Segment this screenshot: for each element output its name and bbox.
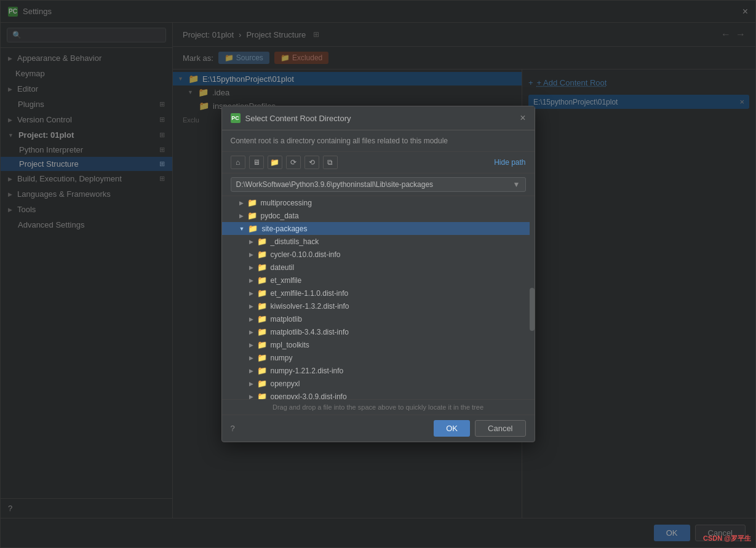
tree-item-label: multiprocessing xyxy=(261,199,312,207)
expand-icon: ▶ xyxy=(249,303,253,309)
folder-icon: 📁 xyxy=(247,211,257,220)
folder-icon: 📁 xyxy=(257,314,267,324)
folder-icon: 📁 xyxy=(257,263,267,272)
tree-item-label: cycler-0.10.0.dist-info xyxy=(271,250,341,259)
folder-icon: 📁 xyxy=(257,366,267,375)
tree-item-et-xmlfile-info[interactable]: ▶ 📁 et_xmlfile-1.1.0.dist-info xyxy=(222,287,535,300)
folder-icon: 📁 xyxy=(248,224,258,233)
expand-icon: ▶ xyxy=(239,213,244,219)
modal-header: PC Select Content Root Directory × xyxy=(222,106,535,130)
tree-item-label: site-packages xyxy=(261,224,307,233)
modal-title: Select Content Root Directory xyxy=(245,114,351,123)
toolbar-sync-button[interactable]: ⟲ xyxy=(304,156,319,169)
expand-icon: ▶ xyxy=(249,239,253,245)
expand-icon: ▶ xyxy=(239,200,244,206)
toolbar-new-folder-button[interactable]: 📁 xyxy=(268,156,282,169)
tree-item-label: numpy xyxy=(271,354,293,362)
expand-icon: ▶ xyxy=(249,252,253,258)
tree-item-kiwisolver[interactable]: ▶ 📁 kiwisolver-1.3.2.dist-info xyxy=(222,300,535,312)
modal-close-button[interactable]: × xyxy=(520,113,525,124)
expand-icon: ▶ xyxy=(249,394,253,400)
drag-hint: Drag and drop a file into the space abov… xyxy=(222,399,535,415)
modal-overlay: PC Select Content Root Directory × Conte… xyxy=(0,0,756,548)
folder-icon: 📁 xyxy=(257,340,267,349)
expand-icon: ▶ xyxy=(249,264,253,271)
tree-item-openpyxl-dist[interactable]: ▶ 📁 openpyxl-3.0.9.dist-info xyxy=(222,390,535,399)
folder-icon: 📁 xyxy=(257,379,267,388)
modal-ok-button[interactable]: OK xyxy=(434,420,470,437)
folder-icon: 📁 xyxy=(247,198,257,207)
tree-item-matplotlib[interactable]: ▶ 📁 matplotlib xyxy=(222,312,535,325)
tree-item-cycler[interactable]: ▶ 📁 cycler-0.10.0.dist-info xyxy=(222,248,535,261)
expand-icon: ▶ xyxy=(249,316,253,322)
tree-item-label: kiwisolver-1.3.2.dist-info xyxy=(271,302,349,311)
tree-item-label: et_xmlfile-1.1.0.dist-info xyxy=(271,289,349,298)
tree-item-label: mpl_toolkits xyxy=(271,341,309,349)
expand-icon: ▶ xyxy=(249,277,253,284)
tree-item-dateutil[interactable]: ▶ 📁 dateutil xyxy=(222,261,535,274)
tree-item-label: pydoc_data xyxy=(261,212,299,220)
modal-app-icon: PC xyxy=(231,113,241,123)
select-content-root-modal: PC Select Content Root Directory × Conte… xyxy=(221,106,535,442)
tree-item-openpyxl[interactable]: ▶ 📁 openpyxl xyxy=(222,377,535,390)
modal-description: Content root is a directory containing a… xyxy=(222,130,535,152)
scrollbar-thumb[interactable] xyxy=(530,288,535,331)
tree-item-site-packages[interactable]: ▼ 📁 site-packages xyxy=(222,222,535,235)
tree-item-label: _distutils_hack xyxy=(271,237,319,246)
toolbar-refresh-button[interactable]: ⟳ xyxy=(286,156,301,169)
toolbar-home-button[interactable]: ⌂ xyxy=(231,156,245,169)
tree-item-numpy-dist[interactable]: ▶ 📁 numpy-1.21.2.dist-info xyxy=(222,364,535,377)
modal-cancel-button[interactable]: Cancel xyxy=(475,420,525,437)
modal-buttons: OK Cancel xyxy=(434,420,525,437)
modal-title-area: PC Select Content Root Directory xyxy=(231,113,351,123)
path-text: D:\WorkSoftwae\Python3.9.6\pythoninstall… xyxy=(236,180,513,189)
folder-icon: 📁 xyxy=(257,327,267,336)
tree-item-pydoc-data[interactable]: ▶ 📁 pydoc_data xyxy=(222,209,535,222)
modal-help-button[interactable]: ? xyxy=(231,424,235,433)
tree-item-label: matplotlib xyxy=(271,315,302,324)
expand-icon: ▼ xyxy=(239,226,245,232)
tree-item-et-xmlfile[interactable]: ▶ 📁 et_xmlfile xyxy=(222,274,535,287)
folder-icon: 📁 xyxy=(257,288,267,298)
tree-item-label: numpy-1.21.2.dist-info xyxy=(271,367,344,375)
tree-item-matplotlib-dist[interactable]: ▶ 📁 matplotlib-3.4.3.dist-info xyxy=(222,325,535,338)
folder-icon: 📁 xyxy=(257,237,267,246)
tree-item-numpy[interactable]: ▶ 📁 numpy xyxy=(222,351,535,364)
tree-item-distutils-hack[interactable]: ▶ 📁 _distutils_hack xyxy=(222,235,535,248)
modal-path-bar: D:\WorkSoftwae\Python3.9.6\pythoninstall… xyxy=(222,173,535,196)
modal-toolbar: ⌂ 🖥 📁 ⟳ ⟲ ⧉ Hide path xyxy=(222,152,535,173)
folder-icon: 📁 xyxy=(257,353,267,362)
path-input[interactable]: D:\WorkSoftwae\Python3.9.6\pythoninstall… xyxy=(231,177,526,192)
tree-item-label: dateutil xyxy=(271,263,295,272)
scrollbar-track[interactable] xyxy=(530,196,535,399)
modal-footer: ? OK Cancel xyxy=(222,415,535,442)
expand-icon: ▶ xyxy=(249,342,253,348)
expand-icon: ▶ xyxy=(249,355,253,361)
expand-icon: ▶ xyxy=(249,290,253,296)
watermark: CSDN @罗平生 xyxy=(703,534,751,543)
expand-icon: ▶ xyxy=(249,368,253,374)
hide-path-link[interactable]: Hide path xyxy=(494,158,525,167)
tree-item-multiprocessing[interactable]: ▶ 📁 multiprocessing xyxy=(222,196,535,209)
expand-icon: ▶ xyxy=(249,381,253,387)
tree-item-label: openpyxl xyxy=(271,379,300,388)
tree-item-mpl-toolkits[interactable]: ▶ 📁 mpl_toolkits xyxy=(222,338,535,351)
expand-icon: ▶ xyxy=(249,329,253,335)
tree-item-label: et_xmlfile xyxy=(271,276,302,285)
path-dropdown-icon[interactable]: ▼ xyxy=(513,180,520,189)
folder-icon: 📁 xyxy=(257,276,267,285)
folder-icon: 📁 xyxy=(257,392,267,399)
modal-toolbar-left: ⌂ 🖥 📁 ⟳ ⟲ ⧉ xyxy=(231,156,338,169)
folder-icon: 📁 xyxy=(257,301,267,311)
tree-item-label: matplotlib-3.4.3.dist-info xyxy=(271,328,349,336)
tree-item-label: openpyxl-3.0.9.dist-info xyxy=(271,392,347,400)
modal-tree: ▶ 📁 multiprocessing ▶ 📁 pydoc_data ▼ 📁 s… xyxy=(222,196,535,399)
toolbar-copy-button[interactable]: ⧉ xyxy=(323,156,338,169)
folder-icon: 📁 xyxy=(257,250,267,259)
toolbar-desktop-button[interactable]: 🖥 xyxy=(249,156,264,169)
